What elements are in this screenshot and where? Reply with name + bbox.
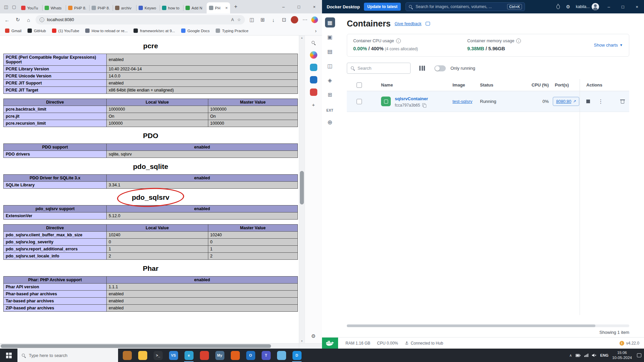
outlook-sidebar-icon[interactable]	[310, 76, 317, 83]
bookmark-item[interactable]: GitHub	[25, 27, 48, 34]
docker-scrollbar-thumb[interactable]	[347, 324, 595, 327]
give-feedback-link[interactable]: Give feedback	[395, 21, 422, 26]
row-more-actions-icon[interactable]: ⋮	[598, 99, 603, 104]
browser-tab[interactable]: Add N	[183, 2, 207, 13]
discover-sidebar-icon[interactable]	[310, 64, 317, 71]
tab-actions-icon[interactable]: ◫	[2, 3, 10, 11]
sidebar-search-icon[interactable]	[310, 39, 317, 46]
row-checkbox[interactable]	[357, 99, 362, 104]
sidebar-add-extensions-icon[interactable]: ⊕	[325, 117, 335, 127]
action-center-icon[interactable]	[637, 353, 641, 357]
taskbar-app-red-app[interactable]	[197, 349, 212, 362]
bookmarks-overflow-icon[interactable]: ›	[312, 28, 319, 34]
bookmark-item[interactable]: framework/src at 9...	[131, 27, 177, 34]
column-header-cpu[interactable]: CPU (%)	[532, 82, 551, 87]
sidebar-dev-environments-icon[interactable]: ◫	[325, 61, 335, 71]
column-header-status[interactable]: Status	[480, 82, 521, 87]
taskbar-app-blue-app[interactable]	[274, 349, 289, 362]
read-aloud-icon[interactable]: A	[231, 17, 234, 22]
vertical-scrollbar[interactable]: ▲ ▼	[299, 36, 305, 343]
taskbar-app-edge[interactable]: e	[181, 349, 197, 362]
sidebar-images-icon[interactable]: ▣	[325, 32, 335, 42]
sidebar-volumes-icon[interactable]: ▤	[325, 46, 335, 56]
sidebar-settings-icon[interactable]: ⚙	[310, 333, 317, 340]
workspaces-icon[interactable]: ▢	[10, 3, 18, 11]
docker-maximize-button[interactable]: □	[616, 0, 630, 13]
column-header-image[interactable]: Image	[452, 82, 480, 87]
browser-tab[interactable]: PHP 8.	[66, 2, 89, 13]
split-screen-icon[interactable]: ◫	[247, 15, 257, 25]
new-tab-button[interactable]: +	[231, 2, 240, 11]
sidebar-extensions-icon[interactable]: ⊞	[325, 89, 335, 100]
bookmark-item[interactable]: Gmail	[3, 27, 24, 34]
troubleshoot-icon[interactable]	[553, 5, 563, 9]
shopping-sidebar-icon[interactable]	[310, 88, 317, 96]
address-bar[interactable]: localhost:8080 A ☆	[36, 15, 245, 24]
copy-id-icon[interactable]	[422, 103, 426, 107]
browser-tab[interactable]: Keywo	[136, 2, 160, 13]
taskbar-app-docker-desktop[interactable]: D	[289, 349, 305, 362]
column-header-name[interactable]: Name	[381, 82, 452, 87]
tab-close-icon[interactable]: ×	[225, 5, 228, 10]
battery-icon[interactable]	[576, 354, 581, 357]
user-avatar[interactable]	[592, 3, 599, 10]
more-menu-icon[interactable]: ⋯	[300, 15, 310, 25]
copilot-sidebar-icon[interactable]	[310, 51, 317, 59]
container-name-link[interactable]: sqlsrvContainer	[395, 96, 428, 101]
back-icon[interactable]: ←	[2, 15, 12, 25]
port-link[interactable]: 8080:80 ↗	[553, 97, 579, 106]
browser-tab[interactable]: Whats	[42, 2, 66, 13]
bookmark-item[interactable]: Google Docs	[179, 27, 212, 34]
taskbar-app-work-folders[interactable]	[119, 349, 135, 362]
update-button[interactable]: Update to latest	[364, 3, 401, 11]
extensions-icon[interactable]: ⊡	[279, 15, 289, 25]
browser-close-button[interactable]: ×	[307, 0, 322, 13]
home-icon[interactable]: ⌂	[23, 15, 34, 25]
bookmark-item[interactable]: (1) YouTube	[50, 27, 82, 34]
container-row[interactable]: sqlsrvContainer fcca797a3b65 test-sqlsrv…	[347, 91, 629, 112]
language-indicator[interactable]: ENG	[600, 353, 608, 357]
version-info-icon[interactable]: i	[620, 341, 624, 346]
cpu-info-icon[interactable]	[396, 39, 401, 43]
taskbar-app-file-explorer[interactable]	[135, 349, 150, 362]
browser-minimize-button[interactable]: –	[276, 0, 291, 13]
network-icon[interactable]	[584, 354, 588, 357]
taskbar-app-teams[interactable]: T	[258, 349, 274, 362]
column-picker-icon[interactable]	[419, 66, 425, 71]
browser-tab[interactable]: PHP 8.	[89, 2, 113, 13]
select-all-checkbox[interactable]	[357, 82, 362, 88]
taskbar-app-mysql-workbench[interactable]: My	[212, 349, 227, 362]
delete-container-icon[interactable]	[621, 99, 625, 104]
add-sidebar-item-icon[interactable]: +	[310, 101, 317, 108]
taskbar-app-terminal[interactable]: >_	[150, 349, 166, 362]
image-link[interactable]: test-sqlsrv	[452, 99, 480, 104]
column-header-ports[interactable]: Port(s)	[551, 82, 580, 87]
bookmark-item[interactable]: How to reload or re...	[83, 27, 130, 34]
docker-global-search[interactable]: Search for images, containers, volumes, …	[406, 2, 525, 11]
horizontal-scrollbar-thumb[interactable]	[1, 344, 271, 348]
browser-tab[interactable]: YouTu	[19, 2, 42, 13]
sidebar-containers-icon[interactable]: ▦	[325, 17, 335, 27]
stop-container-icon[interactable]	[586, 100, 590, 103]
volume-muted-icon[interactable]	[592, 354, 596, 357]
refresh-icon[interactable]: ↻	[13, 15, 23, 25]
taskbar-app-orange-app[interactable]	[227, 349, 243, 362]
collections-icon[interactable]: ⊞	[258, 15, 268, 25]
docker-horizontal-scrollbar[interactable]	[347, 324, 629, 327]
username-label[interactable]: kabila...	[576, 4, 590, 9]
only-running-toggle[interactable]	[434, 65, 446, 71]
browser-maximize-button[interactable]: □	[291, 0, 307, 13]
tray-expand-icon[interactable]: ∧	[569, 353, 572, 358]
browser-tab[interactable]: PH×	[207, 2, 230, 13]
vertical-scrollbar-thumb[interactable]	[300, 171, 304, 204]
docker-close-button[interactable]: ×	[630, 0, 644, 13]
container-search-input[interactable]: Search	[347, 63, 411, 74]
site-info-icon[interactable]	[40, 17, 44, 22]
taskbar-app-outlook[interactable]: O	[243, 349, 258, 362]
browser-tab[interactable]: how to	[160, 2, 183, 13]
taskbar-app-vscode[interactable]: VS	[166, 349, 181, 362]
docker-engine-icon[interactable]	[322, 338, 338, 349]
taskbar-search[interactable]: Type here to search	[17, 349, 118, 362]
start-button[interactable]	[0, 349, 17, 362]
favorite-star-icon[interactable]: ☆	[237, 17, 241, 22]
